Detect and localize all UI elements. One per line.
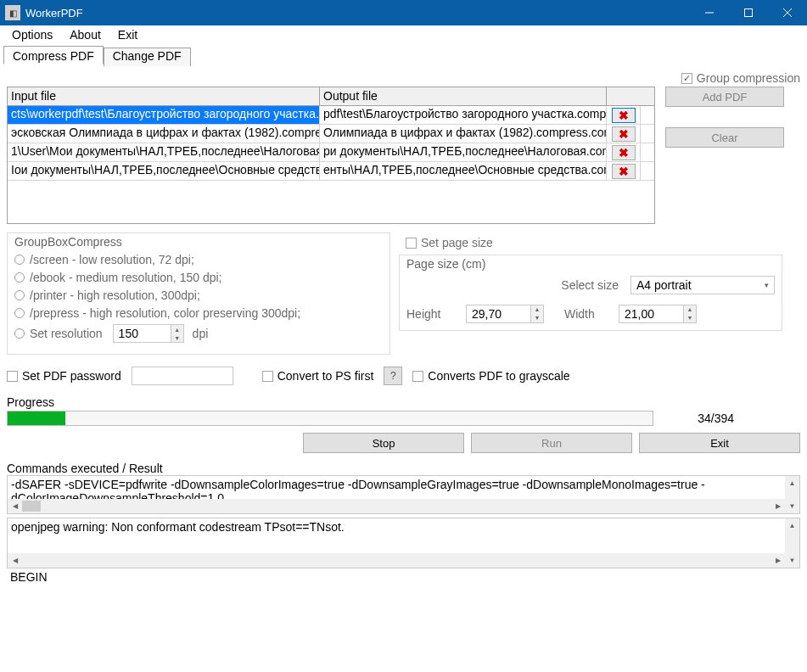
height-label: Height bbox=[406, 307, 454, 321]
chevron-down-icon: ▾ bbox=[765, 281, 769, 289]
maximize-button[interactable] bbox=[729, 0, 768, 25]
hscrollbar[interactable]: ◀▶ bbox=[8, 553, 785, 568]
chevron-up-icon[interactable]: ▲ bbox=[684, 305, 696, 314]
run-button[interactable]: Run bbox=[471, 433, 632, 453]
col-input[interactable]: Input file bbox=[8, 87, 320, 105]
tab-compress-pdf[interactable]: Compress PDF bbox=[3, 46, 104, 64]
height-stepper[interactable]: ▲▼ bbox=[466, 305, 544, 323]
delete-row-button[interactable]: ✖ bbox=[612, 164, 636, 179]
select-size-label: Select size bbox=[561, 278, 619, 292]
progress-bar bbox=[7, 411, 653, 426]
chevron-up-icon[interactable]: ▲ bbox=[531, 305, 543, 314]
grayscale-checkbox[interactable]: Converts PDF to grayscale bbox=[412, 369, 569, 383]
chevron-down-icon[interactable]: ▼ bbox=[684, 314, 696, 322]
chevron-down-icon: ▼ bbox=[785, 553, 799, 568]
chevron-up-icon: ▲ bbox=[785, 518, 799, 533]
menu-exit[interactable]: Exit bbox=[109, 26, 146, 43]
chevron-right-icon: ▶ bbox=[771, 499, 785, 513]
close-button[interactable] bbox=[768, 0, 807, 25]
progress-text: 34/394 bbox=[657, 412, 776, 425]
file-grid[interactable]: Input file Output file cts\workerpdf\tes… bbox=[7, 87, 655, 224]
convert-to-ps-checkbox[interactable]: Convert to PS first bbox=[262, 369, 374, 383]
radio-printer[interactable]: /printer - high resolution, 300dpi; bbox=[14, 288, 383, 302]
width-label: Width bbox=[564, 307, 607, 321]
add-pdf-button[interactable]: Add PDF bbox=[665, 87, 784, 107]
pdf-password-input[interactable] bbox=[132, 367, 233, 385]
chevron-up-icon: ▲ bbox=[785, 476, 799, 490]
delete-row-button[interactable]: ✖ bbox=[612, 108, 636, 123]
radio-prepress[interactable]: /prepress - high resolution, color prese… bbox=[14, 306, 383, 320]
pagesize-legend: Page size (cm) bbox=[406, 257, 775, 271]
groupbox-pagesize: Page size (cm) Select size A4 portrait ▾… bbox=[399, 255, 782, 331]
dpi-stepper[interactable]: ▲▼ bbox=[113, 324, 184, 343]
grid-header: Input file Output file bbox=[8, 87, 654, 106]
chevron-down-icon: ▼ bbox=[785, 499, 799, 513]
client-area: ✓ Group compression Input file Output fi… bbox=[0, 66, 807, 456]
table-row[interactable]: cts\workerpdf\test\Благоустройство загор… bbox=[8, 106, 654, 125]
col-output[interactable]: Output file bbox=[320, 87, 607, 105]
chevron-right-icon: ▶ bbox=[771, 553, 785, 568]
x-icon: ✖ bbox=[619, 147, 629, 159]
minimize-button[interactable] bbox=[690, 0, 729, 25]
x-icon: ✖ bbox=[619, 128, 629, 140]
help-button[interactable]: ? bbox=[384, 367, 402, 385]
width-stepper[interactable]: ▲▼ bbox=[619, 305, 697, 323]
width-input[interactable] bbox=[619, 305, 683, 323]
stop-button[interactable]: Stop bbox=[303, 433, 464, 453]
table-row[interactable]: Іои документы\НАЛ,ТРЕБ,последнее\Основны… bbox=[8, 162, 654, 181]
menubar: Options About Exit bbox=[0, 25, 807, 44]
delete-row-button[interactable]: ✖ bbox=[612, 145, 636, 160]
chevron-down-icon[interactable]: ▼ bbox=[171, 333, 183, 342]
result-log[interactable]: openjpeg warning: Non conformant codestr… bbox=[7, 518, 800, 568]
radio-ebook[interactable]: /ebook - medium resolution, 150 dpi; bbox=[14, 271, 383, 284]
status-bar: BEGIN bbox=[7, 568, 800, 585]
delete-row-button[interactable]: ✖ bbox=[612, 126, 636, 142]
tab-change-pdf[interactable]: Change PDF bbox=[104, 48, 191, 66]
compress-legend: GroupBoxCompress bbox=[14, 235, 383, 249]
chevron-left-icon: ◀ bbox=[8, 553, 22, 568]
dpi-input[interactable] bbox=[113, 324, 171, 343]
group-compression-label: Group compression bbox=[697, 71, 800, 85]
page-size-select[interactable]: A4 portrait ▾ bbox=[630, 276, 775, 294]
check-icon: ✓ bbox=[681, 73, 692, 84]
menu-about[interactable]: About bbox=[61, 26, 109, 43]
tab-strip: Compress PDF Change PDF bbox=[0, 46, 807, 66]
x-icon: ✖ bbox=[619, 109, 629, 121]
checkbox-icon bbox=[406, 238, 417, 249]
set-page-size-checkbox[interactable]: Set page size bbox=[406, 236, 493, 249]
radio-screen[interactable]: /screen - low resolution, 72 dpi; bbox=[14, 253, 383, 266]
progress-label: Progress bbox=[7, 395, 800, 409]
chevron-up-icon[interactable]: ▲ bbox=[171, 325, 183, 333]
x-icon: ✖ bbox=[619, 165, 629, 177]
group-compression-checkbox[interactable]: ✓ Group compression bbox=[681, 71, 800, 85]
table-row[interactable]: эсковская Олимпиада в цифрах и фактах (1… bbox=[8, 125, 654, 143]
chevron-down-icon[interactable]: ▼ bbox=[531, 314, 543, 322]
window-title: WorkerPDF bbox=[25, 7, 690, 20]
height-input[interactable] bbox=[466, 305, 530, 323]
exit-button[interactable]: Exit bbox=[639, 433, 800, 453]
radio-set-resolution[interactable]: Set resolution ▲▼ dpi bbox=[14, 324, 383, 343]
titlebar: ◧ WorkerPDF bbox=[0, 0, 807, 25]
groupbox-compress: GroupBoxCompress /screen - low resolutio… bbox=[7, 232, 390, 355]
log-label: Commands executed / Result bbox=[7, 462, 800, 475]
menu-options[interactable]: Options bbox=[3, 26, 61, 43]
app-icon: ◧ bbox=[5, 5, 20, 20]
chevron-left-icon: ◀ bbox=[8, 499, 22, 513]
set-pdf-password-checkbox[interactable]: Set PDF password bbox=[7, 369, 121, 383]
table-row[interactable]: 1\User\Мои документы\НАЛ,ТРЕБ,последнее\… bbox=[8, 143, 654, 162]
commands-log[interactable]: -dSAFER -sDEVICE=pdfwrite -dDownsampleCo… bbox=[7, 475, 800, 514]
vscrollbar[interactable]: ▲▼ bbox=[785, 476, 799, 513]
clear-button[interactable]: Clear bbox=[665, 127, 784, 148]
col-delete bbox=[607, 87, 641, 105]
svg-rect-1 bbox=[745, 9, 753, 17]
hscrollbar[interactable]: ◀▶ bbox=[8, 499, 785, 513]
vscrollbar[interactable]: ▲▼ bbox=[785, 518, 799, 568]
